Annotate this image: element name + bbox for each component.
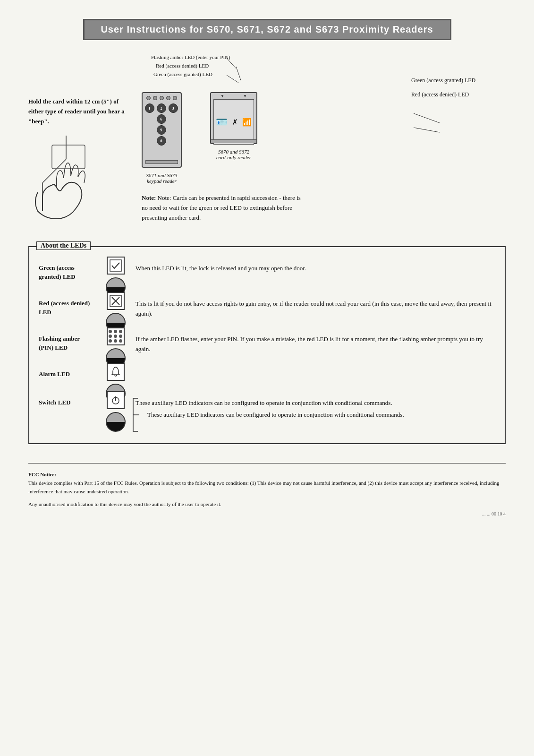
red-led-desc: This is lit if you do not have access ri… [136,299,495,319]
dot-9 [119,339,122,343]
check-svg [109,259,122,272]
power-square [107,391,125,409]
card-reader-device: ▼ ▼ 🪪 ✗ 📶 [210,92,257,144]
note-body: Note: Cards can be presented in rapid su… [142,194,301,221]
svg-rect-3 [52,145,85,169]
led-5 [173,96,177,100]
dots-grid [109,330,123,343]
flashing-led-label: Flashing amber (PIN) LED [39,335,95,352]
right-labels-area: Green (access granted) LED Red (access d… [411,73,506,102]
bracket-svg [131,396,140,434]
keypad-leds-top [146,96,177,100]
svg-line-6 [227,75,238,83]
bell-square [107,363,125,381]
red-led-label: Red (access denied) LED [39,299,95,316]
keypad-labels-area: Flashing amber LED (enter your PIN) Red … [142,54,402,87]
keypad-bottom-strip [145,160,178,164]
flashing-led-icon [102,335,128,361]
power-svg [110,394,122,406]
key-1: 1 [145,103,154,113]
dot-2 [114,330,117,333]
keypad-caption: S671 and S673keypad reader [146,172,178,184]
switch-led-icon [102,398,128,424]
svg-line-8 [414,128,440,132]
corner-marks: ▼ ▼ [220,94,247,98]
dot-5 [114,335,117,338]
led-3 [160,96,164,100]
dot-1 [109,330,112,333]
right-arrow-svg [411,106,487,144]
green-led-label-text: Green (access granted) LED [39,264,76,280]
hand-svg [28,136,113,230]
led-1 [146,96,151,100]
left-instruction: Hold the card within 12 cm (5") of eithe… [28,54,132,232]
dot-4 [109,335,112,338]
key-3: 3 [169,103,178,113]
card-reader-inner: 🪪 ✗ 📶 [213,99,254,145]
red-led-icon [102,299,128,325]
fcc-extra: Any unauthorised modification to this de… [28,500,506,509]
sim-icon: 🪪 [216,116,228,128]
corner-left: ▼ [220,94,224,98]
led-4 [166,96,170,100]
card-caption: S670 and S672card-only reader [216,149,251,160]
green-led-label: Green (access granted) LED [39,264,95,281]
svg-line-5 [236,67,241,80]
page-title: User Instructions for S670, S671, S672 a… [94,24,441,35]
svg-line-4 [227,58,236,69]
x-mark-icon: ✗ [232,118,238,127]
switch-led-desc: These auxiliary LED indicators can be co… [136,398,495,408]
red-denied-right: Red (access denied) LED [411,87,506,102]
flashing-led-desc: If the amber LED flashes, enter your PIN… [136,335,495,354]
dot-7 [109,339,112,343]
card-reader-strip [211,139,256,143]
green-check-square [107,257,125,275]
leds-title: About the LEDs [36,241,91,250]
page-number: ... ... 00 10 4 [28,511,506,516]
fcc-body: This device complies with Part 15 of the… [28,479,506,496]
svg-rect-9 [110,260,121,271]
flashing-led-visual [106,327,126,368]
flashing-led-label-text: Flashing amber (PIN) LED [39,335,80,351]
dot-8 [114,339,117,343]
switch-led-label: Switch LED [39,398,95,407]
readers-row: 1 2 3 6 9 # S671 and S673keypad reader [142,92,402,184]
led-2 [153,96,157,100]
svg-line-1 [42,159,66,183]
alarm-led-label-text: Alarm LED [39,370,70,378]
flashing-led-row: Flashing amber (PIN) LED [39,335,495,361]
alarm-led-label: Alarm LED [39,370,95,378]
red-led-label-text: Red (access denied) LED [39,300,90,315]
fcc-section: FCC Notice: This device complies with Pa… [28,463,506,508]
red-led-visual [106,292,126,333]
x-svg [109,294,122,308]
dots-square [107,327,125,345]
note-label: Note: [142,194,156,201]
key-2: 2 [157,103,166,113]
switch-led-circle [106,412,126,432]
auxiliary-desc-text: These auxiliary LED indicators can be co… [147,410,404,420]
key-6: 6 [157,114,166,124]
center-diagram-area: Flashing amber LED (enter your PIN) Red … [142,54,402,232]
note-text: Note: Note: Cards can be presented in ra… [142,193,307,223]
keypad-reader-block: 1 2 3 6 9 # S671 and S673keypad reader [142,92,182,184]
bell-svg [110,366,122,378]
card-reader-block: ▼ ▼ 🪪 ✗ 📶 S670 and S672card- [210,92,257,160]
corner-right: ▼ [243,94,247,98]
dot-3 [119,330,122,333]
right-labels-col: Green (access granted) LED Red (access d… [411,54,506,232]
green-led-icon [102,264,128,290]
note-box: Note: Note: Cards can be presented in ra… [142,193,307,223]
leds-section: About the LEDs Green (access granted) LE… [28,246,506,444]
top-diagram-section: Hold the card within 12 cm (5") of eithe… [28,54,506,232]
key-hash: # [157,136,166,146]
hand-illustration [28,136,132,232]
rf-icon: 📶 [242,118,252,127]
svg-line-7 [414,113,440,123]
keypad-reader-device: 1 2 3 6 9 # [142,92,182,168]
red-x-square [107,292,125,310]
fcc-title: FCC Notice: [28,471,506,479]
switch-led-label-text: Switch LED [39,399,71,406]
key-9: 9 [157,125,166,135]
card-caption-text: S670 and S672card-only reader [216,149,251,160]
